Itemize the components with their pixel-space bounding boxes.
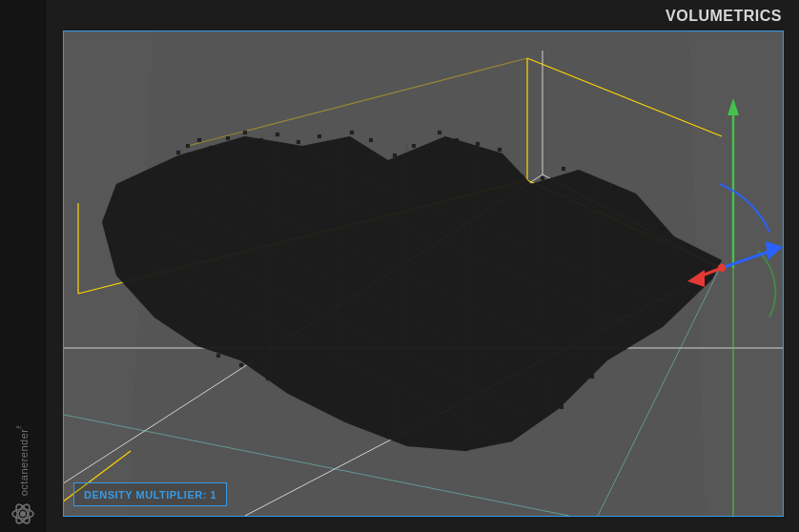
svg-rect-45 [682, 243, 686, 247]
svg-rect-25 [259, 138, 263, 142]
svg-rect-20 [186, 144, 190, 148]
svg-rect-66 [560, 405, 563, 409]
svg-line-86 [722, 251, 771, 268]
svg-rect-56 [239, 363, 243, 367]
svg-rect-64 [499, 440, 502, 443]
svg-rect-52 [148, 306, 152, 310]
svg-rect-34 [438, 131, 441, 134]
svg-rect-24 [243, 131, 247, 134]
svg-rect-65 [529, 420, 533, 424]
svg-rect-68 [623, 346, 626, 350]
voxel-volume [102, 131, 722, 451]
svg-rect-37 [498, 148, 502, 152]
svg-rect-49 [112, 247, 115, 251]
svg-rect-58 [297, 390, 300, 394]
app-sidebar: octanerender™ [0, 0, 46, 532]
scene-canvas [64, 31, 783, 516]
svg-rect-26 [276, 133, 279, 136]
svg-line-16 [527, 58, 722, 136]
brand-label: octanerender™ [16, 422, 30, 496]
svg-rect-40 [562, 167, 565, 171]
svg-rect-44 [661, 226, 665, 230]
svg-rect-22 [209, 146, 213, 150]
svg-rect-27 [297, 140, 300, 144]
content-area: VOLUMETRICS [46, 0, 799, 532]
svg-rect-33 [412, 144, 416, 148]
svg-rect-30 [350, 131, 354, 134]
svg-line-17 [188, 58, 527, 146]
svg-rect-35 [455, 138, 459, 142]
svg-rect-70 [684, 297, 687, 300]
svg-rect-51 [133, 287, 136, 291]
svg-rect-29 [331, 142, 335, 146]
svg-rect-39 [541, 176, 544, 180]
svg-rect-53 [163, 319, 167, 323]
svg-rect-50 [119, 268, 123, 272]
brand-block: octanerender™ [4, 422, 42, 528]
svg-rect-54 [194, 340, 197, 344]
svg-point-3 [20, 511, 26, 517]
svg-rect-47 [108, 209, 112, 213]
svg-rect-62 [430, 443, 434, 447]
svg-rect-28 [318, 134, 321, 138]
svg-rect-19 [176, 151, 180, 154]
svg-rect-23 [226, 136, 230, 140]
svg-rect-60 [361, 420, 365, 424]
svg-rect-48 [106, 228, 110, 232]
svg-rect-46 [113, 192, 117, 195]
brand-logo-icon [9, 500, 37, 528]
svg-rect-41 [586, 174, 590, 178]
svg-rect-63 [464, 447, 468, 451]
svg-marker-87 [766, 241, 783, 260]
svg-rect-59 [329, 407, 333, 411]
svg-rect-21 [197, 138, 201, 142]
svg-rect-42 [613, 186, 617, 190]
svg-rect-36 [476, 142, 480, 146]
svg-rect-55 [216, 354, 220, 358]
svg-marker-18 [102, 136, 722, 451]
axis-y-icon [727, 98, 775, 516]
axis-z-icon [720, 184, 783, 268]
svg-rect-67 [590, 375, 594, 379]
svg-rect-69 [653, 321, 657, 325]
transform-gizmo[interactable] [687, 98, 783, 516]
panel-title: VOLUMETRICS [666, 8, 782, 25]
render-viewport[interactable]: DENSITY MULTIPLIER: 1 [63, 31, 784, 517]
svg-point-90 [718, 264, 726, 272]
svg-marker-84 [727, 98, 739, 115]
svg-rect-43 [638, 203, 642, 207]
svg-rect-32 [393, 153, 397, 157]
density-multiplier-label: DENSITY MULTIPLIER: 1 [84, 489, 216, 501]
svg-rect-38 [520, 174, 523, 178]
density-multiplier-badge: DENSITY MULTIPLIER: 1 [73, 482, 227, 506]
svg-rect-57 [266, 377, 270, 380]
svg-rect-31 [369, 138, 373, 142]
